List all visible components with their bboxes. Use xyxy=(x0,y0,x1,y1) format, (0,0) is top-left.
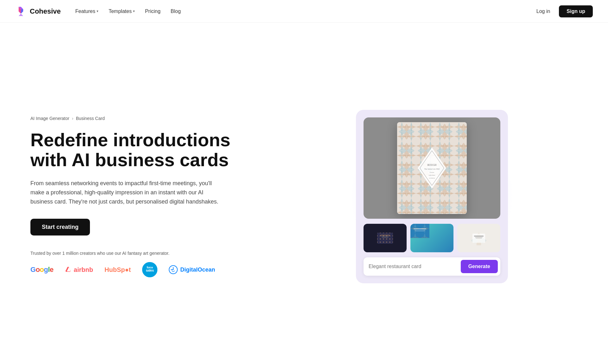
card-thumb-2[interactable] xyxy=(410,224,453,252)
salesforce-logo: sales force xyxy=(142,262,157,277)
svg-rect-19 xyxy=(377,233,393,244)
svg-text:force: force xyxy=(147,266,153,269)
salesforce-icon: sales force xyxy=(142,262,157,277)
thumb-card-dark xyxy=(376,231,395,245)
google-logo: Google xyxy=(30,266,54,274)
generate-bar: Generate xyxy=(364,257,500,276)
airbnb-icon xyxy=(65,266,72,273)
svg-rect-24 xyxy=(410,224,429,238)
card-main-display: ROUGH The Initial Ltd. PhD Genius indivi… xyxy=(364,117,500,219)
breadcrumb-parent[interactable]: AI Image Generator xyxy=(30,116,69,121)
nav-templates[interactable]: Templates ▾ xyxy=(104,6,139,17)
svg-rect-32 xyxy=(475,237,483,237)
svg-rect-20 xyxy=(380,235,390,235)
nav-actions: Log in Sign up xyxy=(531,5,593,17)
svg-text:The Initial Ltd. PhD: The Initial Ltd. PhD xyxy=(424,168,440,170)
nav-features[interactable]: Features ▾ xyxy=(71,6,103,17)
chevron-down-icon: ▾ xyxy=(97,9,98,13)
nav-pricing[interactable]: Pricing xyxy=(141,6,165,17)
digitalocean-logo: DigitalOcean xyxy=(169,265,215,274)
svg-text:ROUGH: ROUGH xyxy=(428,164,437,166)
navbar: Cohesive Features ▾ Templates ▾ Pricing … xyxy=(0,0,608,23)
svg-text:evolution: evolution xyxy=(429,177,435,179)
hero-description: From seamless networking events to impac… xyxy=(30,179,220,206)
nav-links: Features ▾ Templates ▾ Pricing Blog xyxy=(71,6,531,17)
generate-button[interactable]: Generate xyxy=(461,260,498,273)
svg-rect-26 xyxy=(415,230,425,230)
ornamental-card-svg: ROUGH The Initial Ltd. PhD Genius indivi… xyxy=(397,122,467,214)
hero-left: AI Image Generator › Business Card Redef… xyxy=(30,116,246,278)
svg-rect-22 xyxy=(382,237,388,238)
partner-logos: Google airbnb HubSp●t sales force xyxy=(30,262,246,277)
breadcrumb-current: Business Card xyxy=(76,116,105,121)
hero-section: AI Image Generator › Business Card Redef… xyxy=(0,23,608,364)
svg-rect-25 xyxy=(414,229,426,229)
logo-link[interactable]: Cohesive xyxy=(15,6,61,17)
digitalocean-icon xyxy=(169,265,178,274)
card-thumb-1[interactable] xyxy=(364,224,407,252)
hero-right: ROUGH The Initial Ltd. PhD Genius indivi… xyxy=(271,110,593,283)
card-thumbnails xyxy=(364,224,500,252)
breadcrumb: AI Image Generator › Business Card xyxy=(30,116,246,121)
hero-heading: Redefine introductions with AI business … xyxy=(30,130,246,170)
card-thumb-3[interactable] xyxy=(457,224,500,252)
start-creating-button[interactable]: Start creating xyxy=(30,219,90,235)
svg-text:Genius: Genius xyxy=(430,172,434,173)
svg-rect-27 xyxy=(415,231,424,231)
svg-text:individual: individual xyxy=(429,174,435,176)
airbnb-logo: airbnb xyxy=(65,266,93,273)
cohesive-logo-icon xyxy=(15,6,27,17)
main-business-card: ROUGH The Initial Ltd. PhD Genius indivi… xyxy=(397,122,467,214)
hubspot-logo: HubSp●t xyxy=(104,266,131,273)
svg-rect-21 xyxy=(381,236,389,237)
card-showcase: ROUGH The Initial Ltd. PhD Genius indivi… xyxy=(356,110,508,283)
breadcrumb-separator: › xyxy=(72,116,73,121)
nav-blog[interactable]: Blog xyxy=(166,6,185,17)
generate-input[interactable] xyxy=(369,264,457,269)
trusted-text: Trusted by over 1 million creators who u… xyxy=(30,251,246,256)
signup-button[interactable]: Sign up xyxy=(559,5,593,17)
chevron-down-icon: ▾ xyxy=(133,9,135,13)
svg-rect-33 xyxy=(476,238,482,238)
svg-rect-31 xyxy=(474,236,484,236)
thumb-card-light xyxy=(469,231,488,245)
login-button[interactable]: Log in xyxy=(531,6,555,17)
brand-name: Cohesive xyxy=(30,7,61,16)
thumb-card-teal xyxy=(410,224,429,238)
